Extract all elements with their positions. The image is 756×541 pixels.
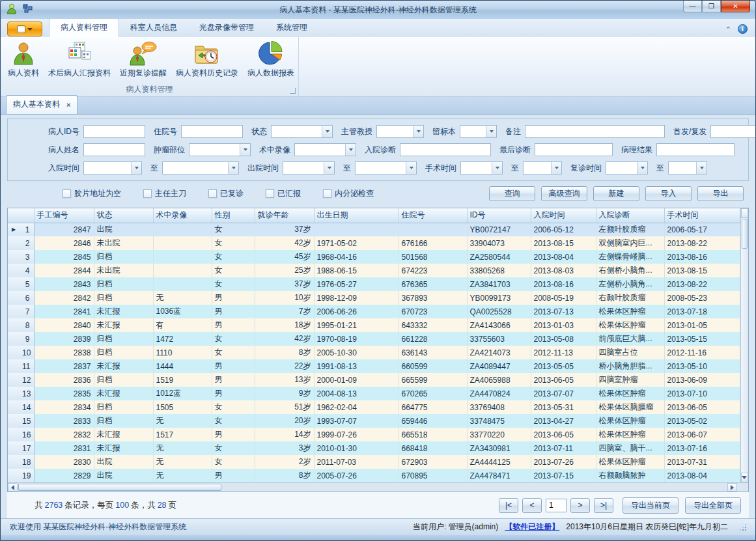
filter-surgery-video-combo[interactable] <box>294 143 356 156</box>
page-number-input[interactable] <box>546 499 567 512</box>
last-page-button[interactable]: >| <box>594 498 613 513</box>
query-button[interactable]: 查询 <box>489 186 535 201</box>
first-page-button[interactable]: |< <box>499 498 518 513</box>
table-row[interactable]: 162832未汇报1517男14岁1999-07-266655183377022… <box>8 428 740 441</box>
table-row[interactable]: 172831未汇报无女3岁2010-01-30668418ZA343098120… <box>8 441 740 455</box>
tab-patient-basic-info[interactable]: 病人基本资料 × <box>6 95 77 114</box>
ribbon-item-0[interactable]: 病人资料 <box>3 39 44 80</box>
table-row[interactable]: 142834归档1505女51岁1962-02-0466477533769408… <box>8 400 740 414</box>
combo-dropdown-button[interactable] <box>345 144 356 156</box>
table-row[interactable]: 152833归档无女20岁1993-07-0765944633748475201… <box>8 414 740 428</box>
combo-dropdown-button[interactable] <box>322 126 332 137</box>
ribbon-item-3[interactable]: 病人资料历史记录 <box>171 39 243 80</box>
combo-dropdown-button[interactable] <box>492 162 502 174</box>
ribbon-tab-2[interactable]: 光盘录像带管理 <box>188 19 265 37</box>
column-header-2[interactable]: 状态 <box>94 208 153 223</box>
column-header-10[interactable]: 入院诊断 <box>596 208 664 223</box>
checkbox-3[interactable] <box>266 189 274 198</box>
combo-dropdown-button[interactable] <box>240 144 250 156</box>
close-button[interactable]: ✕ <box>721 1 750 12</box>
table-row[interactable]: 92839归档1472女42岁1970-08-19661228337556032… <box>8 332 740 346</box>
dialog-launcher-icon[interactable] <box>290 88 296 94</box>
column-header-8[interactable]: ID号 <box>467 208 531 223</box>
table-row[interactable]: ▶12847出院女37岁YB00721472006-05-12左额叶胶质瘤200… <box>8 223 740 236</box>
scroll-left-button[interactable] <box>8 483 18 492</box>
horizontal-scrollbar[interactable] <box>8 482 748 492</box>
import-button[interactable]: 导入 <box>645 186 692 201</box>
export-button[interactable]: 导出 <box>697 186 744 201</box>
table-row[interactable]: 32845归档女45岁1968-04-16501568ZA25805442013… <box>8 250 740 264</box>
filter-first-recur-combo[interactable] <box>710 125 756 138</box>
new-button[interactable]: 新建 <box>593 186 639 201</box>
advanced-query-button[interactable]: 高级查询 <box>541 186 587 201</box>
filter-surgery-date-from-combo[interactable] <box>460 161 503 174</box>
column-header-1[interactable]: 手工编号 <box>34 208 94 223</box>
column-header-5[interactable]: 就诊年龄 <box>255 208 314 223</box>
table-row[interactable]: 102838归档1110女8岁2005-10-30636143ZA4214073… <box>8 346 740 359</box>
column-header-4[interactable]: 性别 <box>212 208 255 223</box>
table-row[interactable]: 132835未汇报1012蓝男9岁2004-08-13670265ZA44708… <box>8 387 740 400</box>
filter-pathology-result-input[interactable] <box>656 143 735 156</box>
column-header-3[interactable]: 术中录像 <box>153 208 212 223</box>
column-header-9[interactable]: 入院时间 <box>531 208 596 223</box>
layout-grid-icon[interactable] <box>23 3 33 16</box>
combo-dropdown-button[interactable] <box>413 126 423 137</box>
scroll-right-button[interactable] <box>727 483 737 492</box>
filter-surgery-date-to-combo[interactable] <box>523 161 562 174</box>
filter-admit-date-to-combo[interactable] <box>162 161 239 174</box>
column-header-6[interactable]: 出生日期 <box>314 208 399 223</box>
filter-revisit-date-to-combo[interactable] <box>668 161 707 174</box>
table-row[interactable]: 72841未汇报1036蓝男7岁2006-06-26670723QA002552… <box>8 305 740 318</box>
table-row[interactable]: 122836归档1519男13岁2000-01-09665599ZA406598… <box>8 373 740 387</box>
table-row[interactable]: 182830出院无女2岁2011-07-03672903ZA4444125201… <box>8 455 740 469</box>
combo-dropdown-button[interactable] <box>486 126 496 137</box>
filter-admit-date-from-combo[interactable] <box>83 161 142 174</box>
table-row[interactable]: 82840未汇报有男18岁1995-01-21643332ZA414306620… <box>8 318 740 332</box>
tab-close-icon[interactable]: × <box>66 101 70 109</box>
application-menu-button[interactable] <box>7 21 42 36</box>
combo-dropdown-button[interactable] <box>637 162 647 174</box>
combo-dropdown-button[interactable] <box>406 162 416 174</box>
combo-dropdown-button[interactable] <box>324 162 334 174</box>
info-icon[interactable]: i <box>738 24 748 34</box>
minimize-button[interactable]: — <box>683 1 702 12</box>
combo-dropdown-button[interactable] <box>551 162 561 174</box>
checkbox-4[interactable] <box>323 189 331 198</box>
export-all-pages-button[interactable]: 导出全部页 <box>685 497 741 514</box>
table-row[interactable]: 52843归档女37岁1976-05-27676365ZA38417032013… <box>8 277 740 291</box>
filter-discharge-date-to-combo[interactable] <box>355 161 417 174</box>
vertical-scroll-thumb[interactable] <box>742 219 748 249</box>
checkbox-1[interactable] <box>143 189 152 198</box>
filter-revisit-date-from-combo[interactable] <box>606 161 648 174</box>
vertical-scrollbar[interactable] <box>740 208 749 482</box>
ribbon-item-2[interactable]: 近期复诊提醒 <box>115 39 171 80</box>
filter-patient-name-input[interactable] <box>83 143 145 156</box>
ribbon-tab-1[interactable]: 科室人员信息 <box>119 19 188 37</box>
resize-grip[interactable] <box>740 524 746 531</box>
ribbon-tab-3[interactable]: 系统管理 <box>265 19 318 37</box>
column-header-0[interactable] <box>8 208 34 223</box>
filter-professor-combo[interactable] <box>376 125 424 138</box>
scroll-up-button[interactable] <box>741 208 749 218</box>
filter-final-diagnosis-input[interactable] <box>535 143 613 156</box>
filter-patient-id-input[interactable] <box>83 125 145 138</box>
table-row[interactable]: 192829出院无男8岁2005-07-26670895ZA4478471201… <box>8 469 740 482</box>
table-row[interactable]: 112837未汇报1444男22岁1991-08-13660599ZA40894… <box>8 359 740 373</box>
filter-specimen-combo[interactable] <box>460 125 497 138</box>
ribbon-item-4[interactable]: 病人数据报表 <box>243 39 299 80</box>
horizontal-scroll-thumb[interactable] <box>18 484 221 491</box>
combo-dropdown-button[interactable] <box>696 162 707 174</box>
prev-page-button[interactable]: < <box>522 498 542 513</box>
next-page-button[interactable]: > <box>570 498 590 513</box>
combo-dropdown-button[interactable] <box>131 162 141 174</box>
column-header-11[interactable]: 手术时间 <box>664 208 740 223</box>
table-row[interactable]: 42844未出院女25岁1988-06-15674223338052682013… <box>8 264 740 277</box>
filter-tumor-site-combo[interactable] <box>189 143 251 156</box>
ribbon-item-1[interactable]: 术后病人汇报资料 <box>44 39 115 80</box>
ribbon-collapse-icon[interactable]: ⌃ <box>725 27 731 32</box>
checkbox-0[interactable] <box>63 189 71 198</box>
registered-link[interactable]: 【软件已注册】 <box>505 521 559 533</box>
column-header-7[interactable]: 住院号 <box>399 208 467 223</box>
combo-dropdown-button[interactable] <box>228 162 238 174</box>
table-row[interactable]: 22846未出院女42岁1971-05-02676166339040732013… <box>8 236 740 250</box>
